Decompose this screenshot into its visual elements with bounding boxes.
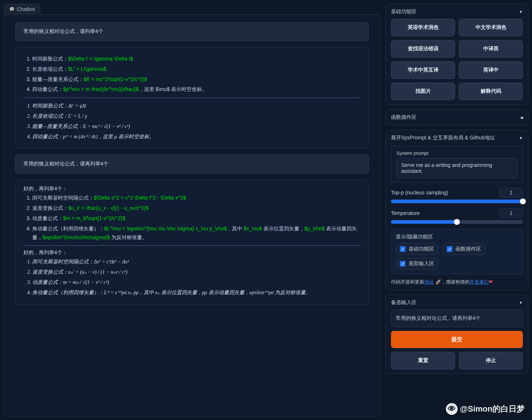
plugin-panel-header[interactable]: 函数插件区 ◀ (391, 114, 523, 121)
check-icon: ✓ (447, 246, 452, 252)
chat-icon: 💬 (9, 7, 15, 12)
panel-title: 展开SysPrompt & 交互界面布局 & Github地址 (391, 135, 495, 141)
chevron-left-icon: ◀ (520, 115, 523, 120)
fn-grammar-check-button[interactable]: 查找语法错误 (391, 40, 455, 58)
divider (23, 98, 361, 98)
github-links: 代码开源和更新地址 🚀，感谢热情的开发者们❤ (391, 279, 523, 285)
chat-area: 常用的狭义相对论公式，请列举4个 时间膨胀公式：$\Delta t' = \ga… (4, 14, 380, 416)
panel-title: 备选输入区 (391, 299, 417, 306)
user-message-text: 常用的狭义相对论公式，请列举4个 (23, 28, 103, 34)
plugin-panel: 函数插件区 ◀ (385, 109, 528, 125)
system-prompt-label: System prompt (396, 150, 517, 156)
fn-english-polish-button[interactable]: 英语学术润色 (391, 19, 455, 36)
fn-explain-code-button[interactable]: 解释代码 (459, 83, 523, 100)
panel-title: 函数插件区 (391, 114, 417, 121)
basic-panel-header[interactable]: 基础功能区 ▼ (391, 8, 523, 15)
user-message: 常用的狭义相对论公式，请列举4个 (15, 22, 369, 41)
topp-value[interactable]: 1 (499, 188, 523, 197)
fn-find-image-button[interactable]: 找图片 (391, 83, 455, 100)
weibo-icon: 👁 (446, 403, 458, 415)
visibility-title: 显示/隐藏功能区 (396, 234, 518, 240)
temperature-label: Temperature (391, 210, 420, 216)
stop-button[interactable]: 停止 (459, 352, 523, 369)
basic-functions-panel: 基础功能区 ▼ 英语学术润色 中文学术润色 查找语法错误 中译英 学术中英互译 … (385, 4, 528, 105)
assistant-message: 好的，再列举4个： 闵可夫斯基时空间隔公式：$\Delta s^2 = c^2 … (15, 179, 369, 304)
topp-label: Top-p (nucleus sampling) (391, 190, 448, 196)
checkbox-plugin[interactable]: ✓函数插件区 (443, 243, 485, 255)
user-message-text: 常用的狭义相对论公式，请再列举4个 (23, 161, 108, 167)
user-message: 常用的狭义相对论公式，请再列举4个 (15, 154, 369, 174)
divider (23, 245, 361, 246)
checkbox-bottom-input[interactable]: ✓底部输入区 (396, 258, 438, 270)
temperature-value[interactable]: 1 (499, 208, 523, 218)
fn-chinese-polish-button[interactable]: 中文学术润色 (459, 19, 523, 36)
assistant-intro: 好的，再列举4个： (23, 186, 361, 192)
fn-en-to-zh-button[interactable]: 英译中 (459, 61, 523, 79)
fn-academic-translate-button[interactable]: 学术中英互译 (391, 61, 455, 79)
rocket-icon: 🚀 (435, 279, 441, 285)
chevron-down-icon: ▼ (519, 300, 523, 305)
chevron-down-icon: ▼ (519, 10, 523, 14)
input-panel-header[interactable]: 备选输入区 ▼ (391, 299, 523, 306)
topp-slider[interactable] (391, 200, 523, 203)
tab-label: Chatbot (17, 6, 35, 12)
submit-button[interactable]: 提交 (391, 331, 523, 348)
devs-link[interactable]: 开发者们 (470, 279, 489, 285)
fn-zh-to-en-button[interactable]: 中译英 (459, 40, 523, 58)
tab-chatbot[interactable]: 💬 Chatbot (4, 4, 40, 14)
sysprompt-panel: 展开SysPrompt & 交互界面布局 & Github地址 ▼ System… (385, 130, 528, 290)
reset-button[interactable]: 重置 (391, 352, 455, 369)
repo-link[interactable]: 地址 (424, 279, 434, 285)
panel-title: 基础功能区 (391, 8, 417, 15)
check-icon: ✓ (400, 261, 406, 267)
alt-input[interactable]: 常用的狭义相对论公式，请再列举4个 (391, 310, 523, 327)
chevron-down-icon: ▼ (519, 136, 523, 140)
heart-icon: ❤ (489, 279, 493, 285)
temperature-slider[interactable] (391, 220, 523, 224)
input-panel: 备选输入区 ▼ 常用的狭义相对论公式，请再列举4个 提交 重置 停止 (385, 295, 528, 374)
system-prompt-input[interactable]: Serve me as a writing and programming as… (396, 158, 517, 178)
sys-panel-header[interactable]: 展开SysPrompt & 交互界面布局 & Github地址 ▼ (391, 135, 523, 141)
check-icon: ✓ (400, 246, 406, 252)
checkbox-basic[interactable]: ✓基础功能区 (396, 243, 438, 255)
assistant-message: 时间膨胀公式：$\Delta t' = \gamma \Delta t$ 长度收… (15, 47, 369, 149)
watermark: 👁 @Simon的白日梦 (446, 403, 525, 415)
